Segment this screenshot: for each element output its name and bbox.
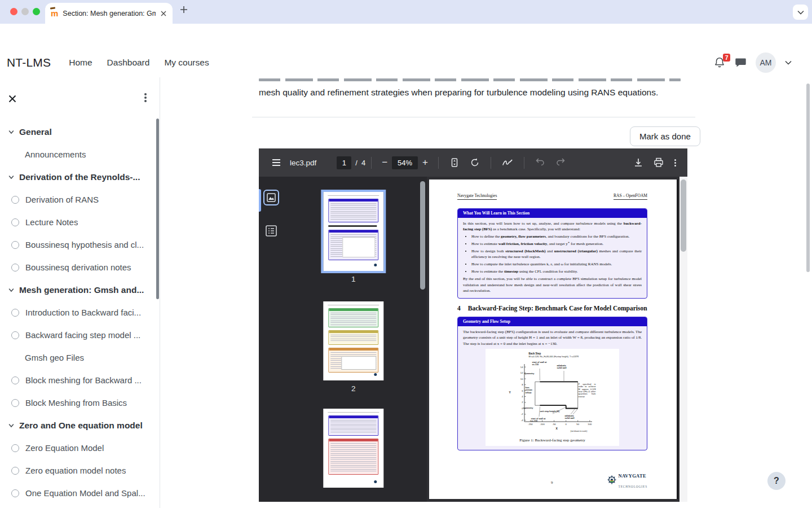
svg-text:6: 6 [522,389,523,392]
completion-circle-icon [11,218,19,226]
course-index-item[interactable]: Zero equation model notes [11,463,160,478]
svg-text:12: 12 [520,371,523,374]
course-section-toggle[interactable]: Derivation of the Reynolds-... [8,170,160,184]
thumbnail-label: 2 [323,384,383,393]
completion-circle-icon [11,399,19,407]
svg-text:0: 0 [565,423,567,426]
tab-title: Section: Mesh generation: Gm [63,10,156,17]
course-index-item[interactable]: Derivation of RANS [11,192,160,207]
course-index-item[interactable]: Block Meshing from Basics [11,396,160,410]
bfs-geometry-plot: -150 -100 -50 0 50 100 [508,351,598,435]
thumbnail-page-3[interactable] [323,409,383,488]
clipped-text-line [259,78,681,81]
completion-circle-icon [11,196,19,204]
mark-as-done-button[interactable]: Mark as done [630,126,700,146]
completion-circle-icon [11,444,19,452]
zoom-out-icon[interactable]: − [382,157,387,168]
pdf-page-separator: / [355,159,358,167]
tab-search-button[interactable] [793,5,808,20]
course-index-item[interactable]: Zero Equation Model [11,441,160,455]
window-minimize-button[interactable] [21,8,29,15]
completion-circle-icon [11,309,19,317]
svg-text:2: 2 [522,401,523,404]
geometry-box: Geometry and Flow Setup The backward-fac… [457,317,647,450]
navygate-logo: NAVYGATE TECHNOLOGIES [607,470,647,490]
messages-icon[interactable] [735,56,747,68]
brand-logo[interactable]: NT-LMS [7,56,51,69]
completion-circle-icon [11,376,19,384]
window-zoom-button[interactable] [33,8,40,15]
zoom-in-icon[interactable]: + [422,157,428,168]
course-section-toggle[interactable]: Zero and One equation model [8,418,160,432]
pdf-page-view: Navygate Technologies RAS – OpenFOAM Wha… [427,177,687,502]
outline-tab-button[interactable] [264,224,278,238]
completion-circle-icon [11,489,19,497]
rotate-icon[interactable] [470,157,480,168]
annotate-icon[interactable] [502,157,513,168]
course-index-item[interactable]: Backward facing step model ... [11,328,160,342]
course-section-toggle[interactable]: Mesh generation: Gmsh and... [8,283,160,297]
svg-text:-50: -50 [552,423,556,426]
lms-navbar: NT-LMS Home Dashboard My courses 7 AM [0,47,812,78]
pdf-more-options-icon[interactable] [674,158,676,168]
window-close-button[interactable] [10,8,17,15]
nav-my-courses[interactable]: My courses [164,58,209,68]
doc-page-number: 9 [551,480,553,485]
moodle-favicon-icon: m [51,9,58,17]
course-index-item[interactable]: Lecture Notes [11,215,160,229]
svg-text:8: 8 [522,383,523,386]
nav-dashboard[interactable]: Dashboard [107,58,150,68]
redo-icon [555,157,566,168]
sidebar-scrollbar[interactable] [156,119,159,299]
course-index-drawer: GeneralAnnouncementsDerivation of the Re… [0,77,160,508]
completion-circle-icon [11,264,19,271]
svg-text:-4: -4 [520,419,523,422]
course-index-item[interactable]: Boussinesq derivation notes [11,260,160,274]
course-index-item[interactable]: Introduction to Backward faci... [11,305,160,319]
print-icon[interactable] [654,157,664,168]
svg-text:10: 10 [520,378,523,380]
pdf-page-input[interactable]: 1 [337,156,351,169]
fit-page-icon[interactable] [449,157,460,168]
user-avatar[interactable]: AM [756,52,776,73]
notifications-button[interactable]: 7 [713,56,726,69]
drawer-options-icon[interactable] [144,92,147,103]
download-icon[interactable] [633,157,643,168]
pdf-viewer: lec3.pdf 1 / 4 − 54% + [259,148,687,502]
course-section-toggle[interactable]: General [8,125,160,139]
new-tab-button[interactable] [179,5,188,14]
pdf-sidebar-tabs [259,177,284,502]
svg-text:-150: -150 [528,423,533,426]
completion-circle-icon [11,241,19,249]
notification-badge: 7 [723,54,730,62]
course-index-item[interactable]: Boussinesq hypothesis and cl... [11,238,160,252]
thumbnails-tab-button[interactable] [263,190,279,205]
chevron-down-icon [8,129,15,135]
pdf-toolbar: lec3.pdf 1 / 4 − 54% + [259,148,687,177]
thumbnail-scrollbar[interactable] [420,181,425,290]
user-menu-chevron-icon[interactable] [785,60,792,65]
course-index-item[interactable]: Gmsh geo Files [25,351,160,365]
pdf-page-1: Navygate Technologies RAS – OpenFOAM Wha… [429,179,677,499]
pdf-scrollbar[interactable] [679,177,687,502]
chevron-down-icon [8,287,15,294]
thumbnails-icon [267,193,276,202]
selected-tab-marker [259,189,261,212]
svg-text:-2: -2 [520,413,523,415]
close-drawer-icon[interactable] [8,94,17,103]
page-scrollbar[interactable] [806,84,810,272]
thumbnail-page-1[interactable]: 1 [323,192,383,271]
course-index-item[interactable]: Announcements [25,147,160,161]
pdf-menu-icon[interactable] [271,157,281,168]
browser-tab[interactable]: m Section: Mesh generation: Gm [45,3,173,24]
browser-tab-strip: m Section: Mesh generation: Gm [0,0,812,24]
chevron-down-icon [8,422,15,429]
pdf-zoom-level[interactable]: 54% [392,156,418,169]
nav-home[interactable]: Home [69,58,92,68]
course-index: GeneralAnnouncementsDerivation of the Re… [0,125,160,508]
tab-close-icon[interactable] [160,10,167,17]
thumbnail-page-2[interactable]: 2 [323,301,383,380]
course-index-item[interactable]: Block meshing for Backward ... [11,373,160,387]
help-button[interactable]: ? [767,472,785,490]
course-index-item[interactable]: One Equation Model and Spal... [11,486,160,500]
